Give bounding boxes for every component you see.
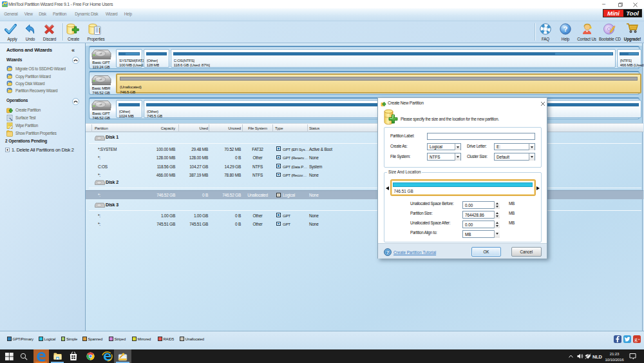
svg-text:?: ? [564, 25, 568, 33]
svg-text:+: + [638, 337, 640, 341]
svg-text:g: g [634, 336, 638, 342]
svg-text:?: ? [386, 249, 390, 255]
